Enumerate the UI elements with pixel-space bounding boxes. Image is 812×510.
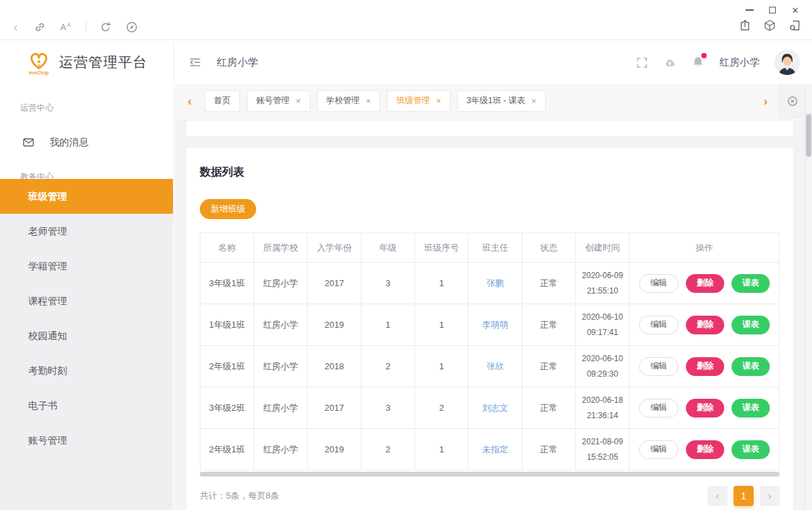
avatar[interactable] [774,50,800,75]
teacher-link[interactable]: 李萌萌 [469,304,522,346]
font-size-icon[interactable]: A A [60,20,73,34]
tab-home[interactable]: 首页 [205,90,240,112]
app-logo: InnChip 运营管理平台 [0,41,174,84]
sidebar-item-student-records[interactable]: 学籍管理 [0,249,173,283]
sidebar-item-label: 我的消息 [50,136,89,149]
schedule-button[interactable]: 课表 [732,357,770,376]
sidebar-item-account-management[interactable]: 账号管理 [0,423,173,458]
cell-school: 红房小学 [254,346,308,387]
notifications-bell-icon[interactable] [691,56,705,69]
cell-school: 红房小学 [254,387,308,429]
table-header-row: 名称 所属学校 入学年份 年级 班级序号 班主任 状态 创建时间 操作 [200,233,780,263]
campus-submenu: 班级管理 老师管理 学籍管理 课程管理 校园通知 考勤时刻 电子书 账号管理 [0,179,173,510]
col-created-at: 创建时间 [576,233,630,263]
data-list-card: 数据列表 新增班级 名称 所属学校 入学年份 年级 班级序号 班主任 状态 [186,148,793,510]
toolbar-divider [86,21,86,32]
tab-close-icon[interactable]: × [366,97,371,105]
filter-card [186,121,793,136]
schedule-button[interactable]: 课表 [732,399,770,418]
fullscreen-icon[interactable] [635,56,648,69]
cell-name: 2年级1班 [200,429,254,470]
schedule-button[interactable]: 课表 [732,440,770,459]
table-row: 1年级1班 红房小学 2019 1 1 李萌萌 正常 2020-06-10 09… [200,304,780,346]
cell-school: 红房小学 [254,263,308,304]
tab-bar: ‹ 首页 账号管理 × 学校管理 × 班级管理 × 3年级1班 - 课表 × › [175,84,805,119]
content-area: 数据列表 新增班级 名称 所属学校 入学年份 年级 班级序号 班主任 状态 [175,119,805,510]
col-name: 名称 [200,233,254,263]
add-class-button[interactable]: 新增班级 [200,199,256,219]
teacher-link[interactable]: 张鹏 [469,263,522,304]
close-button[interactable]: ✕ [784,1,807,19]
sidebar-item-course-management[interactable]: 课程管理 [0,283,173,318]
col-grade: 年级 [361,233,415,263]
col-head-teacher: 班主任 [469,233,522,263]
maximize-button[interactable] [761,1,784,19]
teacher-link[interactable]: 刘志文 [469,387,522,429]
sidebar-item-messages[interactable]: 我的消息 [0,125,174,160]
table-row: 2年级1班 红房小学 2018 2 1 张欣 正常 2020-06-10 09:… [200,346,780,387]
delete-button[interactable]: 删除 [686,440,724,459]
tab-close-icon[interactable]: × [436,97,441,105]
edit-button[interactable]: 编辑 [639,316,679,334]
refresh-icon[interactable] [99,20,113,34]
tab-class-schedule[interactable]: 3年级1班 - 课表 × [457,90,546,112]
teacher-link[interactable]: 未指定 [469,429,522,470]
sidebar-item-teacher-management[interactable]: 老师管理 [0,214,173,249]
teacher-link[interactable]: 张欣 [469,346,522,387]
col-enroll-year: 入学年份 [308,233,361,263]
svg-text:A: A [60,22,66,32]
tab-school-management[interactable]: 学校管理 × [317,90,381,112]
tabs-scroll-right-icon[interactable]: › [752,94,779,109]
share-icon[interactable] [738,19,752,32]
cube-icon[interactable] [763,19,776,32]
browser-back-icon[interactable]: ‹ [11,20,21,34]
vertical-scrollbar[interactable] [805,84,812,510]
edit-button[interactable]: 编辑 [639,274,679,293]
sidebar-item-attendance-times[interactable]: 考勤时刻 [0,353,173,388]
tab-account-management[interactable]: 账号管理 × [247,90,310,112]
delete-button[interactable]: 删除 [686,399,724,418]
mini-window-avatar-icon[interactable] [788,19,801,32]
user-name[interactable]: 红房小学 [719,56,760,69]
col-status: 状态 [522,233,576,263]
schedule-button[interactable]: 课表 [732,274,770,293]
col-actions: 操作 [630,233,780,263]
tab-close-icon[interactable]: × [531,97,536,105]
sidebar-item-campus-notice[interactable]: 校园通知 [0,318,173,353]
table-row: 3年级2班 红房小学 2017 3 2 刘志文 正常 2020-06-18 21… [200,387,780,429]
tab-close-icon[interactable]: × [296,97,301,105]
page-1-button[interactable]: 1 [734,486,754,506]
close-all-tabs-icon[interactable] [779,84,805,118]
edit-button[interactable]: 编辑 [639,357,679,376]
sidebar-item-class-management[interactable]: 班级管理 [0,179,173,214]
cloud-upload-icon[interactable] [663,56,677,69]
delete-button[interactable]: 删除 [686,357,724,376]
cell-enroll-year: 2017 [308,263,361,304]
edit-button[interactable]: 编辑 [639,440,679,459]
table-footer: 共计：5条，每页8条 ‹ 1 › [200,486,780,506]
minimize-button[interactable] [738,1,761,19]
cell-status: 正常 [522,304,576,346]
edit-button[interactable]: 编辑 [639,399,679,418]
window-chrome: ‹ A A [0,0,812,40]
schedule-button[interactable]: 课表 [732,316,770,334]
cell-grade: 2 [361,346,415,387]
cell-status: 正常 [522,263,576,304]
delete-button[interactable]: 删除 [686,316,724,334]
delete-button[interactable]: 删除 [686,274,724,293]
tabs-scroll-left-icon[interactable]: ‹ [175,94,205,109]
next-page-button[interactable]: › [760,486,780,506]
compass-icon[interactable] [125,20,139,34]
tab-class-management[interactable]: 班级管理 × [387,90,451,112]
collapse-sidebar-icon[interactable] [175,56,202,69]
tab-label: 3年级1班 - 课表 [467,95,526,107]
copy-link-icon[interactable] [34,20,47,34]
tab-label: 班级管理 [396,95,430,107]
table-row: 2年级1班 红房小学 2019 2 1 未指定 正常 2021-08-09 15… [200,429,780,470]
cell-status: 正常 [522,346,576,387]
cell-enroll-year: 2017 [308,387,361,429]
prev-page-button[interactable]: ‹ [707,486,728,506]
sidebar-item-ebook[interactable]: 电子书 [0,388,173,423]
horizontal-scrollbar[interactable] [200,472,780,476]
scrollbar-thumb[interactable] [806,114,811,157]
